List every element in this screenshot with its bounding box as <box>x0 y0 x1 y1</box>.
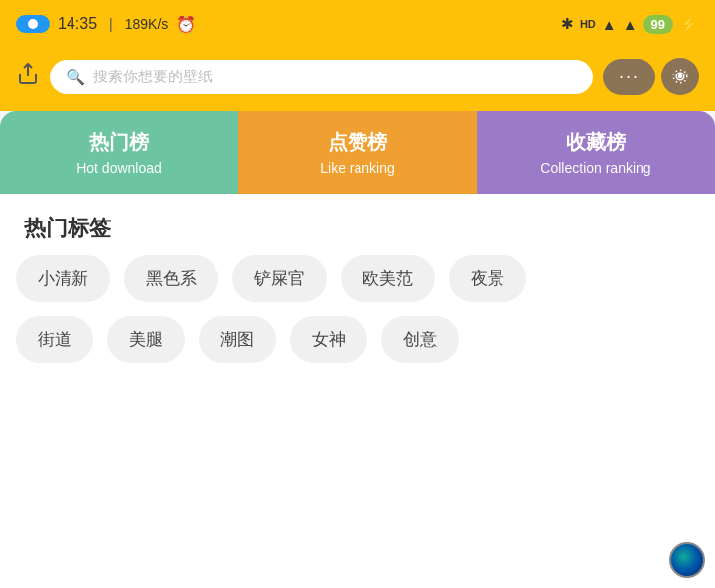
tab-hot-chinese: 热门榜 <box>89 129 149 156</box>
tags-row-2: 街道 美腿 潮图 女神 创意 <box>16 316 699 363</box>
section-title-hot-tags: 热门标签 <box>0 194 715 255</box>
action-buttons: ··· <box>603 58 699 95</box>
tabs-row: 热门榜 Hot download 点赞榜 Like ranking 收藏榜 Co… <box>0 111 715 194</box>
location-dot <box>28 19 38 29</box>
battery-percent: 99 <box>651 17 665 32</box>
tab-collect-chinese: 收藏榜 <box>566 129 626 156</box>
signal-icon: ▲ <box>602 16 617 33</box>
tag-meitui[interactable]: 美腿 <box>107 316 185 363</box>
tag-nvshen[interactable]: 女神 <box>290 316 367 363</box>
search-bar[interactable]: 🔍 搜索你想要的壁纸 <box>50 60 593 94</box>
status-time: 14:35 <box>58 15 97 33</box>
alarm-icon: ⏰ <box>176 15 196 34</box>
globe-icon[interactable] <box>669 542 705 578</box>
tag-oumeifan[interactable]: 欧美范 <box>341 255 435 302</box>
share-icon[interactable] <box>16 62 40 91</box>
tab-hot-english: Hot download <box>76 160 162 176</box>
bluetooth-icon: ✱ <box>561 15 574 33</box>
status-speed: 189K/s <box>125 16 169 32</box>
signal-bars-icon: ▲ <box>623 16 638 33</box>
status-right: ✱ HD ▲ ▲ 99 ⚡ <box>561 15 699 34</box>
tab-like-ranking[interactable]: 点赞榜 Like ranking <box>238 111 477 194</box>
status-bar: 14:35 | 189K/s ⏰ ✱ HD ▲ ▲ 99 ⚡ <box>0 0 715 48</box>
tag-chansiguan[interactable]: 铲屎官 <box>232 255 327 302</box>
search-area: 🔍 搜索你想要的壁纸 ··· <box>0 48 715 111</box>
tab-collect-english: Collection ranking <box>540 160 650 176</box>
tab-hot-download[interactable]: 热门榜 Hot download <box>0 111 238 194</box>
search-icon: 🔍 <box>66 68 85 86</box>
tags-container: 小清新 黑色系 铲屎官 欧美范 夜景 街道 美腿 潮图 女神 创意 <box>0 255 715 363</box>
battery-indicator: 99 <box>644 15 673 34</box>
camera-button[interactable] <box>661 58 699 95</box>
hd-icon: HD <box>580 18 596 30</box>
more-button[interactable]: ··· <box>603 59 655 95</box>
tag-chaotu[interactable]: 潮图 <box>199 316 276 363</box>
tags-row-1: 小清新 黑色系 铲屎官 欧美范 夜景 <box>16 255 699 302</box>
tag-jiedao[interactable]: 街道 <box>16 316 93 363</box>
tag-yejing[interactable]: 夜景 <box>449 255 526 302</box>
main-content: 热门榜 Hot download 点赞榜 Like ranking 收藏榜 Co… <box>0 111 715 588</box>
tag-heisexis[interactable]: 黑色系 <box>124 255 218 302</box>
tab-collection-ranking[interactable]: 收藏榜 Collection ranking <box>477 111 715 194</box>
charging-icon: ⚡ <box>679 15 699 34</box>
tab-like-english: Like ranking <box>320 160 395 176</box>
status-left: 14:35 | 189K/s ⏰ <box>16 15 196 34</box>
status-divider: | <box>109 16 113 32</box>
tag-xiaoqingxin[interactable]: 小清新 <box>16 255 110 302</box>
svg-point-3 <box>679 75 682 78</box>
tag-chuangyi[interactable]: 创意 <box>381 316 459 363</box>
tab-like-chinese: 点赞榜 <box>328 129 387 156</box>
location-pill <box>16 15 50 33</box>
search-placeholder: 搜索你想要的壁纸 <box>93 68 213 86</box>
